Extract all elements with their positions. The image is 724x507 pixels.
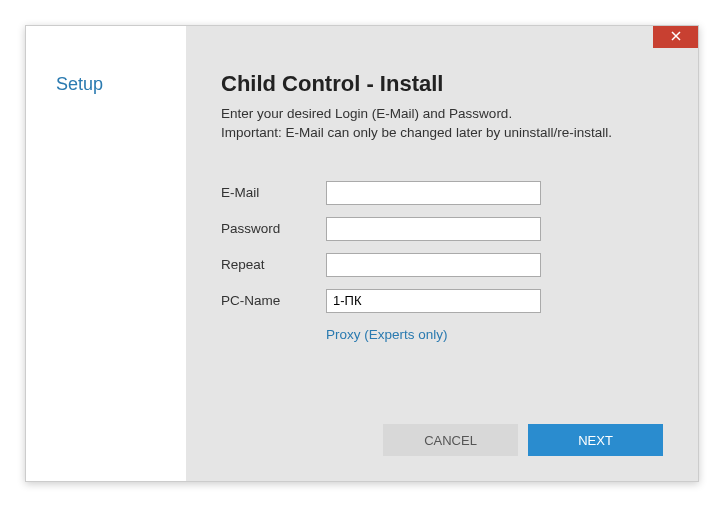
pcname-field[interactable] — [326, 289, 541, 313]
page-title: Child Control - Install — [221, 71, 663, 97]
repeat-label: Repeat — [221, 257, 326, 272]
main-panel: Child Control - Install Enter your desir… — [186, 26, 698, 481]
page-description: Enter your desired Login (E-Mail) and Pa… — [221, 105, 663, 143]
close-icon — [671, 30, 681, 44]
row-password: Password — [221, 217, 663, 241]
password-field[interactable] — [326, 217, 541, 241]
proxy-link[interactable]: Proxy (Experts only) — [326, 327, 663, 342]
next-button[interactable]: NEXT — [528, 424, 663, 456]
desc-line1: Enter your desired Login (E-Mail) and Pa… — [221, 106, 512, 121]
desc-line2: Important: E-Mail can only be changed la… — [221, 125, 612, 140]
close-button[interactable] — [653, 26, 698, 48]
cancel-button[interactable]: CANCEL — [383, 424, 518, 456]
button-row: CANCEL NEXT — [221, 424, 663, 456]
dialog-body: Setup Child Control - Install Enter your… — [26, 26, 698, 481]
email-label: E-Mail — [221, 185, 326, 200]
repeat-field[interactable] — [326, 253, 541, 277]
row-pcname: PC-Name — [221, 289, 663, 313]
install-dialog: Setup Child Control - Install Enter your… — [25, 25, 699, 482]
sidebar-title: Setup — [56, 74, 186, 95]
sidebar: Setup — [26, 26, 186, 481]
pcname-label: PC-Name — [221, 293, 326, 308]
row-email: E-Mail — [221, 181, 663, 205]
password-label: Password — [221, 221, 326, 236]
email-field[interactable] — [326, 181, 541, 205]
row-repeat: Repeat — [221, 253, 663, 277]
